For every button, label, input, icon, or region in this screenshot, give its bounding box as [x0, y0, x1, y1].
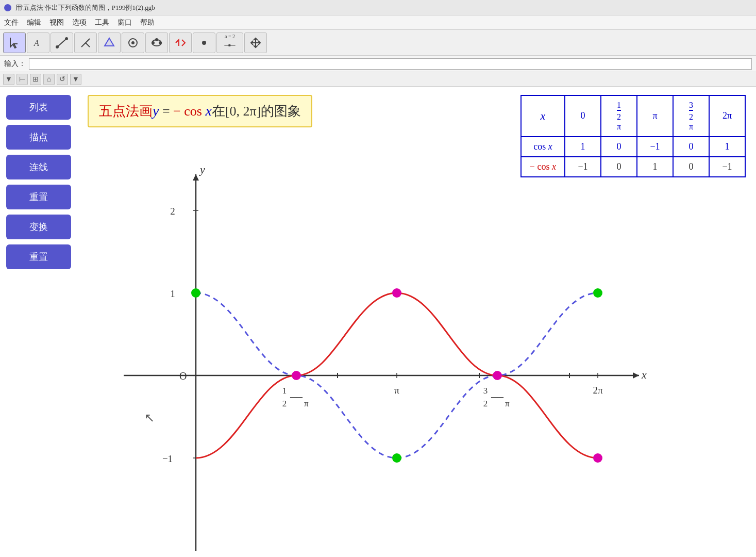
- graph-svg: x y O 1 ── 2 π π 3 ── 2 π 2π 1 −1: [93, 159, 660, 557]
- menu-options[interactable]: 选项: [72, 18, 87, 27]
- svg-point-10: [152, 42, 154, 44]
- svg-rect-15: [228, 44, 230, 46]
- table-cell-cosx-0: 1: [565, 137, 601, 157]
- svg-point-11: [159, 42, 161, 44]
- svg-text:1: 1: [282, 386, 287, 396]
- btn-bianhuan[interactable]: 变换: [6, 215, 71, 239]
- tool-point[interactable]: [193, 32, 215, 53]
- svg-text:2: 2: [483, 399, 488, 408]
- svg-text:O: O: [179, 370, 187, 382]
- dot-negcosx-pi: [392, 288, 401, 298]
- tool-transform[interactable]: [169, 32, 192, 53]
- svg-point-12: [156, 39, 158, 41]
- svg-marker-6: [105, 38, 114, 46]
- dot-negcosx-halfpi: [292, 371, 301, 380]
- svg-text:──: ──: [491, 392, 504, 402]
- sub-btn-grid[interactable]: ⊞: [30, 74, 41, 85]
- menu-view[interactable]: 视图: [49, 18, 64, 27]
- btn-chongzhi1[interactable]: 重置: [6, 185, 71, 209]
- table-cell-negcosx-2pi: −1: [709, 157, 745, 177]
- svg-point-3: [65, 38, 68, 40]
- svg-text:2: 2: [170, 206, 175, 217]
- svg-text:2: 2: [282, 399, 287, 408]
- tool-select[interactable]: [3, 32, 26, 53]
- app-icon: [4, 4, 11, 11]
- table-header-0: 0: [565, 95, 601, 137]
- table-cell-cosx-3halfpi: 0: [673, 137, 709, 157]
- sub-btn-arrow[interactable]: ▼: [3, 74, 14, 85]
- svg-point-13: [202, 41, 206, 45]
- dot-cosx-2pi: [593, 288, 602, 298]
- svg-text:−1: −1: [162, 453, 173, 464]
- svg-text:──: ──: [290, 392, 303, 402]
- svg-text:2π: 2π: [593, 385, 603, 396]
- input-bar: 输入：: [0, 56, 756, 72]
- tool-conic[interactable]: [145, 32, 168, 53]
- cursor-icon: ↖: [144, 411, 155, 424]
- window-title: 用'五点法'作出下列函数的简图，P199例1(2).ggb: [15, 3, 155, 12]
- input-label: 输入：: [4, 59, 26, 69]
- svg-text:A: A: [33, 39, 39, 47]
- table-cell-cosx-label: cos x: [521, 137, 565, 157]
- sub-btn-dropdown[interactable]: ▼: [70, 74, 81, 85]
- menu-file[interactable]: 文件: [4, 18, 19, 27]
- menu-help[interactable]: 帮助: [140, 18, 155, 27]
- tool-line[interactable]: [51, 32, 73, 53]
- table-cell-cosx-2pi: 1: [709, 137, 745, 157]
- title-bar: 用'五点法'作出下列函数的简图，P199例1(2).ggb: [0, 0, 756, 15]
- menu-bar: 文件 编辑 视图 选项 工具 窗口 帮助: [0, 15, 756, 30]
- tool-text[interactable]: A: [27, 32, 49, 53]
- table-header-3halfpi: 3 2 π: [673, 95, 709, 137]
- menu-edit[interactable]: 编辑: [27, 18, 41, 27]
- svg-text:π: π: [505, 399, 510, 408]
- btn-chongzhi2[interactable]: 重置: [6, 244, 71, 269]
- menu-window[interactable]: 窗口: [117, 18, 132, 27]
- table-cell-cosx-halfpi: 0: [601, 137, 637, 157]
- svg-text:x: x: [641, 368, 647, 381]
- svg-text:1: 1: [170, 288, 175, 299]
- dot-cosx-pi: [392, 453, 401, 463]
- svg-text:y: y: [199, 163, 205, 176]
- svg-point-2: [56, 46, 58, 48]
- tool-move-view[interactable]: [244, 32, 267, 53]
- sub-btn-h[interactable]: ⊢: [16, 74, 28, 85]
- table-header-row: x 0 1 2 π π 3 2 π 2π: [521, 95, 745, 137]
- content-area: 五点法画y = − cos x在[0, 2π]的图象 x 0 1 2 π π: [77, 87, 756, 557]
- sub-btn-refresh[interactable]: ↺: [57, 74, 68, 85]
- left-panel: 列表 描点 连线 重置 变换 重置: [0, 87, 77, 557]
- table-header-halfpi: 1 2 π: [601, 95, 637, 137]
- title-box: 五点法画y = − cos x在[0, 2π]的图象: [88, 95, 312, 127]
- tool-slider[interactable]: a = 2: [216, 32, 243, 53]
- btn-lianxian[interactable]: 连线: [6, 155, 71, 179]
- svg-text:3: 3: [483, 386, 488, 396]
- dot-negcosx-2pi: [593, 453, 602, 463]
- svg-marker-17: [633, 372, 639, 379]
- table-header-pi: π: [637, 95, 673, 137]
- sub-btn-home[interactable]: ⌂: [43, 74, 55, 85]
- tool-circle[interactable]: [122, 32, 144, 53]
- svg-point-8: [132, 42, 134, 44]
- input-field[interactable]: [29, 58, 752, 70]
- title-text: 五点法画y = − cos x在[0, 2π]的图象: [99, 102, 301, 120]
- dot-negcosx-3halfpi: [493, 371, 502, 380]
- btn-miaodian[interactable]: 描点: [6, 125, 71, 150]
- tool-polygon[interactable]: [98, 32, 121, 53]
- svg-marker-19: [193, 174, 199, 181]
- menu-tools[interactable]: 工具: [95, 18, 109, 27]
- svg-text:π: π: [304, 399, 309, 408]
- sub-toolbar: ▼ ⊢ ⊞ ⌂ ↺ ▼: [0, 72, 756, 87]
- svg-text:π: π: [394, 385, 399, 396]
- main-area: 列表 描点 连线 重置 变换 重置 五点法画y = − cos x在[0, 2π…: [0, 87, 756, 557]
- svg-line-1: [57, 39, 66, 47]
- table-cell-cosx-pi: −1: [637, 137, 673, 157]
- table-row-cosx: cos x 1 0 −1 0 1: [521, 137, 745, 157]
- dot-cosx-0: [191, 288, 200, 298]
- table-cell-negcosx-3halfpi: 0: [673, 157, 709, 177]
- tool-perp[interactable]: [74, 32, 97, 53]
- toolbar: A a = 2: [0, 30, 756, 56]
- svg-line-5: [86, 43, 90, 47]
- btn-liebiao[interactable]: 列表: [6, 95, 71, 120]
- table-header-x: x: [521, 95, 565, 137]
- table-header-2pi: 2π: [709, 95, 745, 137]
